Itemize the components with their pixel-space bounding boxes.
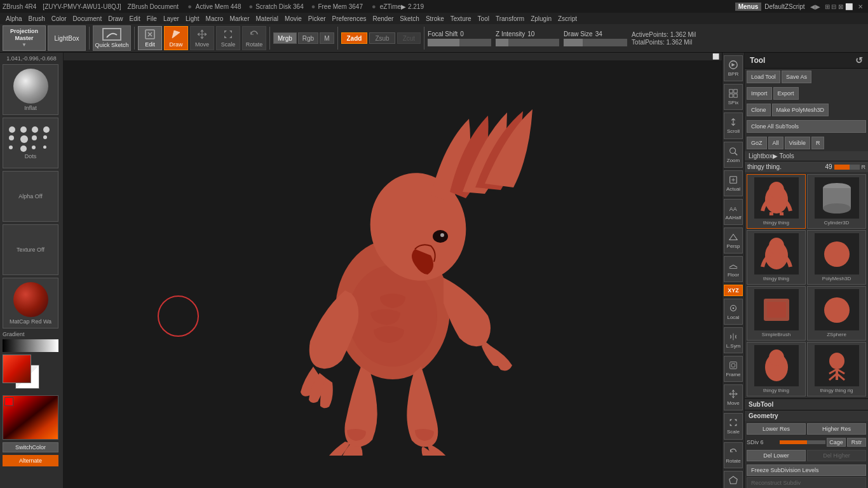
actual-btn[interactable]: Actual (724, 170, 743, 196)
menu-file[interactable]: File (144, 15, 160, 23)
rotate-icon-btn[interactable]: Rotate (724, 442, 743, 468)
menu-stroke[interactable]: Stroke (423, 15, 447, 23)
color-gradient-main[interactable] (3, 395, 58, 440)
menu-brush[interactable]: Brush (25, 15, 48, 23)
zsub-btn[interactable]: Zsub (369, 32, 395, 44)
menu-edit[interactable]: Edit (126, 15, 144, 23)
scroll-btn[interactable]: Scroll (724, 112, 743, 139)
draw-size-slider[interactable] (564, 39, 627, 46)
visible-btn[interactable]: Visible (785, 137, 810, 149)
export-btn[interactable]: Export (773, 87, 799, 100)
save-as-btn[interactable]: Save As (782, 71, 811, 83)
brush-preview[interactable]: Inflat (3, 64, 58, 115)
menu-macro[interactable]: Macro (203, 15, 227, 23)
clone-all-btn[interactable]: Clone All SubTools (747, 120, 866, 133)
alpha-off-box[interactable]: Alpha Off (3, 171, 58, 222)
menu-layer[interactable]: Layer (160, 15, 182, 23)
menu-material[interactable]: Material (253, 15, 282, 23)
switch-color-btn[interactable]: SwitchColor (3, 442, 58, 452)
cage-btn[interactable]: Cage (827, 438, 846, 447)
menu-alpha[interactable]: Alpha (3, 15, 25, 23)
lightbox-tools-section[interactable]: Lightbox▶ Tools (745, 151, 868, 161)
menu-sketch[interactable]: Sketch (397, 15, 423, 23)
projection-master-btn[interactable]: Projection Master ▼ (3, 25, 46, 51)
tool-item-rig[interactable]: thingy thing rig (807, 342, 866, 396)
menu-marker[interactable]: Marker (226, 15, 252, 23)
menus-btn[interactable]: Menus (735, 3, 762, 11)
menu-texture[interactable]: Texture (447, 15, 475, 23)
spix-btn[interactable]: SPix (724, 84, 743, 110)
tool-item-thingy3[interactable]: thingy thing (747, 342, 806, 396)
alternate-btn[interactable]: Alternate (3, 455, 58, 466)
move-btn[interactable]: Move (190, 26, 214, 50)
del-lower-btn[interactable]: Del Lower (747, 450, 806, 461)
menu-tool[interactable]: Tool (475, 15, 492, 23)
rstr-btn[interactable]: Rstr (847, 438, 866, 447)
rgb-btn[interactable]: Rgb (298, 32, 318, 44)
zadd-btn[interactable]: Zadd (341, 32, 368, 44)
subtool-header[interactable]: SubTool (745, 399, 868, 410)
fg-color-swatch[interactable] (3, 355, 31, 383)
menu-light[interactable]: Light (182, 15, 203, 23)
default-zscript-btn[interactable]: DefaultZScript (761, 3, 808, 11)
freeze-btn[interactable]: Freeze SubDivision Levels (747, 464, 866, 476)
floor-btn[interactable]: Floor (724, 256, 743, 282)
import-btn[interactable]: Import (747, 87, 772, 100)
persp-btn[interactable]: Persp (724, 227, 743, 254)
zoom-btn[interactable]: Zoom (724, 142, 743, 168)
canvas-viewport[interactable] (64, 60, 722, 488)
tool-item-zsphere[interactable]: ZSphere (807, 286, 866, 341)
edit-btn[interactable]: Edit (138, 26, 162, 50)
r-btn[interactable]: R (811, 137, 825, 149)
focal-shift-slider[interactable] (428, 39, 491, 46)
clone-btn[interactable]: Clone (747, 104, 771, 116)
menu-document[interactable]: Document (70, 15, 105, 23)
polyf-btn[interactable]: PolyF (724, 471, 743, 488)
del-higher-btn[interactable]: Del Higher (807, 450, 866, 461)
goz-btn[interactable]: GoZ (747, 137, 767, 149)
z-intensity-slider[interactable] (496, 39, 559, 46)
higher-res-btn[interactable]: Higher Res (807, 423, 866, 435)
menu-zplugin[interactable]: Zplugin (527, 15, 555, 23)
tool-item-thingy2[interactable]: thingy thing (747, 230, 806, 285)
quick-sketch-btn[interactable]: Quick Sketch (93, 25, 131, 51)
move-icon-btn[interactable]: Move (724, 384, 743, 410)
tool-item-cylinder[interactable]: Cylinder3D (807, 174, 866, 229)
zcut-btn[interactable]: Zcut (397, 32, 421, 44)
m-btn[interactable]: M (320, 32, 334, 44)
menu-preferences[interactable]: Preferences (329, 15, 370, 23)
scale-icon-btn[interactable]: Scale (724, 413, 743, 439)
menu-draw[interactable]: Draw (105, 15, 126, 23)
tool-item-thingy[interactable]: thingy thing (747, 174, 806, 229)
bpr-btn[interactable]: BPR (724, 55, 743, 81)
sdiv-slider[interactable] (780, 440, 825, 444)
load-tool-btn[interactable]: Load Tool (747, 71, 780, 83)
menu-render[interactable]: Render (370, 15, 397, 23)
local-btn[interactable]: Local (724, 299, 743, 325)
mrgb-btn[interactable]: Mrgb (273, 32, 297, 44)
lsym-btn[interactable]: L.Sym (724, 327, 743, 353)
reconstruct-btn[interactable]: Reconstruct Subdiv (747, 477, 866, 488)
matcap-box[interactable]: MatCap Red Wa (3, 278, 58, 329)
alpha-preview[interactable]: Dots (3, 118, 58, 168)
panel-refresh-btn[interactable]: ↺ (855, 55, 863, 65)
xyz-btn[interactable]: XYZ (724, 285, 743, 295)
menu-picker[interactable]: Picker (305, 15, 329, 23)
menu-zscript[interactable]: Zscript (555, 15, 580, 23)
geometry-header[interactable]: Geometry (745, 410, 868, 421)
aahalf-btn[interactable]: AA AAHalf (724, 199, 743, 225)
lower-res-btn[interactable]: Lower Res (747, 423, 806, 435)
menu-color[interactable]: Color (48, 15, 70, 23)
menu-transform[interactable]: Transform (492, 15, 527, 23)
tool-item-polymesh[interactable]: PolyMesh3D (807, 230, 866, 285)
tool-slider[interactable] (834, 165, 860, 170)
tool-item-simplebrush[interactable]: SimpleBrush (747, 286, 806, 341)
lightbox-btn[interactable]: LightBox (48, 25, 86, 51)
frame-btn[interactable]: Frame (724, 356, 743, 382)
menu-movie[interactable]: Movie (281, 15, 305, 23)
all-btn[interactable]: All (768, 137, 783, 149)
draw-btn[interactable]: Draw (164, 26, 188, 50)
texture-off-box[interactable]: Texture Off (3, 224, 58, 275)
make-polymesh-btn[interactable]: Make PolyMesh3D (772, 104, 829, 116)
rotate-btn[interactable]: Rotate (242, 26, 266, 50)
